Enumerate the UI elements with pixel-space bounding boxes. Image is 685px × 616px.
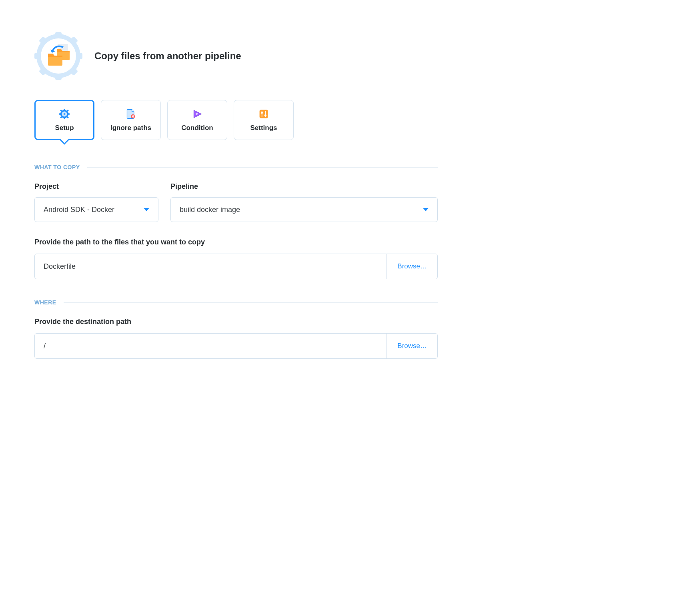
project-field: Project Android SDK - Docker xyxy=(34,182,158,222)
dest-path-input[interactable] xyxy=(35,334,387,358)
svg-rect-15 xyxy=(64,117,65,119)
file-x-icon xyxy=(125,108,137,120)
svg-point-28 xyxy=(261,112,263,114)
tab-setup[interactable]: Setup xyxy=(34,100,94,140)
tab-label: Ignore paths xyxy=(110,124,151,132)
svg-text:IF: IF xyxy=(196,113,198,116)
chevron-down-icon xyxy=(144,208,149,211)
source-path-label: Provide the path to the files that you w… xyxy=(34,238,438,246)
dest-path-input-group: Browse… xyxy=(34,333,438,359)
browse-dest-button[interactable]: Browse… xyxy=(387,334,437,358)
tab-label: Settings xyxy=(250,124,277,132)
section-where: WHERE xyxy=(34,299,438,306)
dest-path-field: Provide the destination path Browse… xyxy=(34,318,438,359)
tabs-row: Setup Ignore paths IF Condition xyxy=(34,100,438,140)
svg-rect-16 xyxy=(59,113,61,115)
tab-condition[interactable]: IF Condition xyxy=(167,100,227,140)
source-path-input[interactable] xyxy=(35,254,387,279)
project-value: Android SDK - Docker xyxy=(44,206,114,214)
sliders-icon xyxy=(258,108,270,120)
svg-rect-4 xyxy=(75,53,82,59)
tab-label: Setup xyxy=(55,124,74,132)
section-heading: WHERE xyxy=(34,299,56,306)
page-title: Copy files from another pipeline xyxy=(94,50,241,62)
pipeline-label: Pipeline xyxy=(170,182,438,191)
svg-rect-1 xyxy=(55,32,62,39)
svg-rect-3 xyxy=(34,53,42,59)
play-if-icon: IF xyxy=(191,108,203,120)
svg-rect-25 xyxy=(260,110,268,118)
pipeline-value: build docker image xyxy=(180,206,240,214)
svg-rect-17 xyxy=(68,113,70,115)
copy-files-gear-icon xyxy=(34,32,82,80)
gear-play-icon xyxy=(58,108,70,120)
svg-rect-2 xyxy=(55,73,62,80)
source-path-field: Provide the path to the files that you w… xyxy=(34,238,438,279)
source-path-input-group: Browse… xyxy=(34,254,438,279)
dest-path-label: Provide the destination path xyxy=(34,318,438,326)
svg-rect-12 xyxy=(48,57,62,66)
page-header: Copy files from another pipeline xyxy=(34,32,438,80)
project-select[interactable]: Android SDK - Docker xyxy=(34,197,158,222)
section-what-to-copy: WHAT TO COPY xyxy=(34,164,438,170)
svg-rect-14 xyxy=(64,109,65,111)
tab-settings[interactable]: Settings xyxy=(234,100,294,140)
chevron-down-icon xyxy=(423,208,429,211)
project-pipeline-row: Project Android SDK - Docker Pipeline bu… xyxy=(34,182,438,222)
svg-point-29 xyxy=(264,114,266,116)
browse-source-button[interactable]: Browse… xyxy=(387,254,437,279)
pipeline-select[interactable]: build docker image xyxy=(170,197,438,222)
project-label: Project xyxy=(34,182,158,191)
tab-label: Condition xyxy=(181,124,213,132)
pipeline-field: Pipeline build docker image xyxy=(170,182,438,222)
section-heading: WHAT TO COPY xyxy=(34,164,80,170)
tab-ignore-paths[interactable]: Ignore paths xyxy=(101,100,161,140)
